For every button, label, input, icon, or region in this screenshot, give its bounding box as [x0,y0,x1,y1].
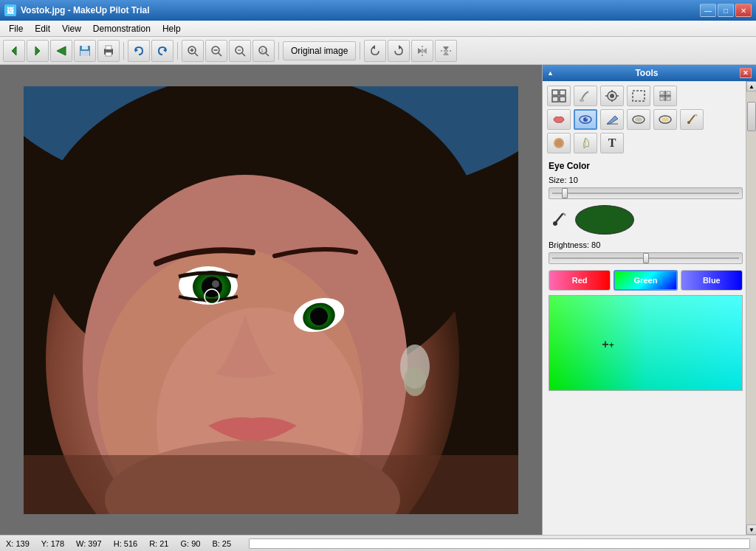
status-h-val: 516 [124,539,137,548]
brightness-slider[interactable] [549,252,743,264]
toolbar-fit-btn[interactable] [229,40,251,62]
tool-highlight[interactable] [653,109,677,130]
status-x-label: X: [6,539,13,548]
tool-erase[interactable] [600,109,624,130]
svg-marker-27 [418,48,422,54]
tool-pipette[interactable] [680,109,704,130]
toolbar-mirror-btn[interactable] [435,40,457,62]
toolbar-rotate-ccw-btn[interactable] [364,40,386,62]
status-g-label: G: [180,539,189,548]
tool-feather[interactable] [574,133,597,153]
toolbar-zoom-out-btn[interactable] [205,40,227,62]
rgb-blue-button[interactable]: Blue [681,270,743,291]
status-h: H: 516 [114,539,137,548]
toolbar-undo-btn[interactable] [128,40,150,62]
close-button[interactable]: ✕ [735,4,752,17]
title-bar-left: 🖼 Vostok.jpg - MakeUp Pilot Trial [4,4,149,16]
svg-line-84 [556,214,563,222]
toolbar-rotate-cw-btn[interactable] [388,40,410,62]
toolbar-flip-btn[interactable] [411,40,433,62]
tools-close-button[interactable]: ✕ [740,68,752,78]
scroll-up-arrow[interactable]: ▲ [746,81,756,91]
main-content: ▲ Tools ✕ [0,65,756,535]
menu-help[interactable]: Help [157,22,187,35]
tools-row-1 [547,86,752,106]
tools-panel-header: ▲ Tools ✕ [543,65,756,81]
tool-grid-cross[interactable] [653,86,677,106]
menu-demonstration[interactable]: Demonstration [87,22,157,35]
brightness-slider-container [549,252,743,264]
rgb-green-button[interactable]: Green [614,270,677,291]
size-slider-track [552,193,739,194]
svg-point-77 [662,117,669,122]
svg-line-17 [219,53,221,56]
eyedropper-button[interactable] [549,209,569,230]
size-slider-thumb[interactable] [562,188,568,198]
svg-marker-0 [12,46,16,55]
status-r-label: R: [149,539,157,548]
status-y: Y: 178 [41,539,64,548]
svg-rect-53 [560,90,566,95]
status-progress-bar [249,538,750,549]
canvas-area[interactable] [0,65,542,535]
svg-rect-51 [24,455,518,514]
size-slider[interactable] [549,187,743,199]
menu-edit[interactable]: Edit [29,22,56,35]
toolbar-sep-1 [123,42,124,60]
brightness-slider-thumb[interactable] [643,253,649,263]
toolbar-left-btn[interactable] [27,40,49,62]
svg-point-85 [553,221,557,226]
minimize-button[interactable]: — [700,4,716,17]
menu-view[interactable]: View [56,22,87,35]
tools-scroll-up[interactable]: ▲ [547,69,554,77]
svg-marker-2 [57,46,66,55]
svg-marker-28 [422,48,427,54]
tool-shadow[interactable] [627,109,650,130]
scroll-track [746,91,756,524]
color-pick-row [549,205,743,235]
tool-grid[interactable] [547,86,571,106]
toolbar-sep-2 [177,42,178,60]
tools-title: Tools [635,68,658,78]
rgb-buttons: Red Green Blue [549,270,743,291]
tool-skin[interactable] [547,133,571,153]
menu-file[interactable]: File [3,22,29,35]
status-x-val: 139 [16,539,29,548]
svg-rect-8 [106,52,111,56]
status-w-label: W: [76,539,86,548]
status-r: R: 21 [149,539,168,548]
svg-point-82 [555,139,563,147]
toolbar-redo-btn[interactable] [151,40,173,62]
tool-eye[interactable] [574,109,597,130]
tool-text[interactable]: T [600,133,624,153]
toolbar-forward-btn[interactable] [50,40,72,62]
scroll-thumb[interactable] [747,102,756,131]
toolbar-actual-btn[interactable]: 1:1 [252,40,275,62]
color-gradient-picker[interactable]: + [549,295,743,391]
toolbar-zoom-in-btn[interactable] [182,40,204,62]
maximize-button[interactable]: □ [718,4,734,17]
tool-color-view[interactable] [600,86,624,106]
menu-bar: File Edit View Demonstration Help [0,21,756,37]
tool-lips[interactable] [547,109,571,130]
svg-point-56 [580,99,584,102]
rgb-red-button[interactable]: Red [549,270,611,291]
svg-rect-52 [552,90,558,95]
tool-brush[interactable] [574,86,597,106]
svg-point-43 [212,280,219,288]
svg-rect-4 [82,46,88,49]
status-g-val: 90 [191,539,200,548]
scroll-down-arrow[interactable]: ▼ [746,524,756,535]
status-x: X: 139 [6,539,30,548]
toolbar-save-btn[interactable] [74,40,96,62]
toolbar-print-btn[interactable] [97,40,120,62]
status-h-label: H: [114,539,122,548]
tool-select[interactable] [627,86,650,106]
selected-color-ellipse[interactable] [575,205,634,235]
svg-rect-7 [106,46,111,49]
toolbar: 1:1 Original image [0,37,756,65]
svg-point-58 [610,94,614,98]
toolbar-original-image-btn[interactable]: Original image [283,41,356,60]
status-b: B: 25 [212,539,231,548]
toolbar-back-btn[interactable] [3,40,25,62]
